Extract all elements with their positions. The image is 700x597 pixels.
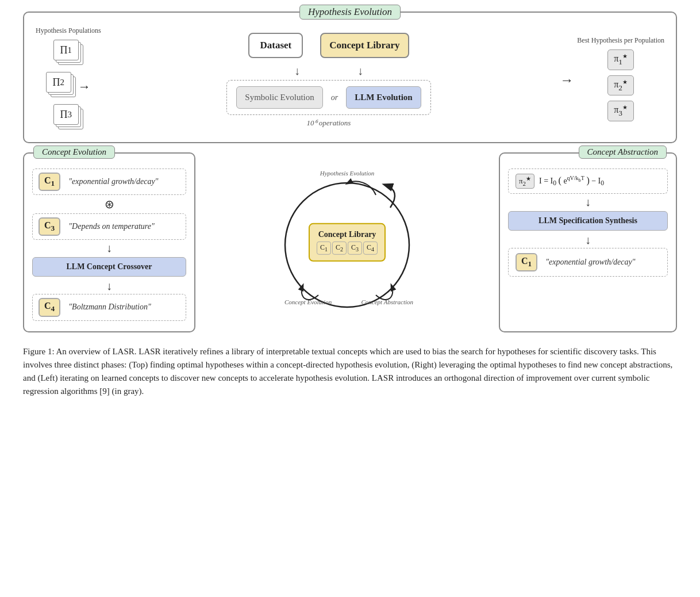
cl-chip-c4: C4 — [363, 242, 378, 254]
pi3-stack: Π3 — [53, 104, 83, 131]
concept-library-top-box: Concept Library — [320, 33, 409, 58]
best-hyp-label: Best Hypothesis per Population — [577, 36, 664, 45]
evo-to-best-arrow: → — [560, 72, 574, 88]
formula-to-llm-arrow: ↓ — [508, 196, 668, 208]
dataset-arrow-down: ↓ — [294, 65, 300, 76]
concept-abstraction-label: Concept Abstraction — [579, 146, 667, 159]
evolution-dashed-box: Symbolic Evolution or LLM Evolution — [226, 80, 430, 115]
pi3-layer-front: Π3 — [53, 104, 79, 125]
c3-to-crossover-arrow: ↓ — [32, 242, 186, 254]
populations-label: Hypothesis Populations — [36, 26, 101, 35]
formula-text: π2★ I = I0 ( eqV/kbT ) − I0 — [516, 174, 660, 189]
circle-diagram: Hypothesis Evolution Concept Evolution C… — [275, 162, 419, 323]
figure-caption: Figure 1: An overview of LASR. LASR iter… — [23, 345, 677, 399]
hyp-evo-circle-label: Hypothesis Evolution — [320, 170, 374, 177]
c1-text: "exponential growth/decay" — [68, 177, 158, 186]
pi1-stack: Π1 — [53, 40, 83, 66]
c3-chip: C3 — [39, 217, 60, 236]
c3-dashed-box: C3 "Depends on temperature" — [32, 213, 186, 240]
cl-chips: C1 C2 C3 C4 — [317, 242, 378, 254]
concept-abstraction-box: Concept Abstraction π2★ I = I0 ( eqV/kbT… — [499, 152, 677, 332]
cl-chip-c3: C3 — [348, 242, 362, 254]
c4-dashed-box: C4 "Boltzmann Distribution" — [32, 294, 186, 320]
cl-chip-c2: C2 — [332, 242, 347, 254]
bottom-section: Concept Evolution C1 "exponential growth… — [23, 152, 677, 332]
crossover-to-c4-arrow: ↓ — [32, 280, 186, 292]
llm-evolution-box: LLM Evolution — [346, 86, 421, 109]
hypothesis-evolution-label: Hypothesis Evolution — [299, 5, 401, 20]
c1-chip: C1 — [39, 173, 60, 191]
c1-output-chip: C1 — [516, 253, 537, 271]
top-boxes: Dataset Concept Library — [248, 33, 409, 58]
best-hyp-col: Best Hypothesis per Population π1★ π2★ π… — [577, 36, 664, 124]
c4-chip: C4 — [39, 298, 60, 316]
pi2-layer-front: Π2 — [46, 72, 71, 93]
c1-dashed-box: C1 "exponential growth/decay" — [32, 169, 186, 195]
best-pi2-box: π2★ — [607, 75, 634, 96]
ops-label: 10⁶ operations — [307, 118, 351, 128]
formula-dashed-box: π2★ I = I0 ( eqV/kbT ) − I0 — [508, 169, 668, 194]
concept-abs-circle-label: Concept Abstraction — [361, 298, 413, 305]
cl-center-title: Concept Library — [317, 230, 378, 239]
or-text: or — [331, 93, 338, 102]
concept-library-center: Concept Library C1 C2 C3 C4 — [309, 223, 386, 261]
caption-text: Figure 1: An overview of LASR. LASR iter… — [23, 347, 672, 396]
evolution-center: Dataset Concept Library ↓ ↓ Symbolic Evo… — [107, 33, 551, 128]
pi2-stack: Π2 — [46, 72, 76, 98]
llm-crossover-box: LLM Concept Crossover — [32, 257, 186, 277]
symbolic-evolution-box: Symbolic Evolution — [236, 86, 322, 109]
c3-text: "Depends on temperature" — [68, 222, 155, 231]
concept-evo-circle-label: Concept Evolution — [284, 298, 332, 305]
star-symbol: ⊛ — [32, 197, 186, 211]
concept-evolution-label: Concept Evolution — [33, 146, 115, 159]
c4-text: "Boltzmann Distribution" — [68, 303, 151, 312]
center-circle-section: Hypothesis Evolution Concept Evolution C… — [201, 152, 493, 332]
pop-to-evo-arrow: → — [78, 79, 91, 94]
populations-col: Hypothesis Populations Π1 Π2 → — [36, 26, 101, 134]
main-figure: Hypothesis Evolution Hypothesis Populati… — [23, 12, 677, 399]
llm-to-c1-arrow: ↓ — [508, 234, 668, 246]
best-pi1-box: π1★ — [607, 49, 634, 70]
llm-spec-box: LLM Specification Synthesis — [508, 211, 668, 231]
dataset-box: Dataset — [248, 33, 303, 58]
pi1-layer-front: Π1 — [53, 40, 79, 60]
cl-arrow-down: ↓ — [357, 65, 363, 76]
c1-output-dashed-box: C1 "exponential growth/decay" — [508, 248, 668, 277]
c1-output-text: "exponential growth/decay" — [545, 258, 635, 267]
cl-chip-c1: C1 — [317, 242, 331, 254]
best-pi3-box: π3★ — [607, 101, 634, 121]
hypothesis-evolution-box: Hypothesis Evolution Hypothesis Populati… — [23, 12, 677, 143]
concept-evolution-box: Concept Evolution C1 "exponential growth… — [23, 152, 195, 332]
